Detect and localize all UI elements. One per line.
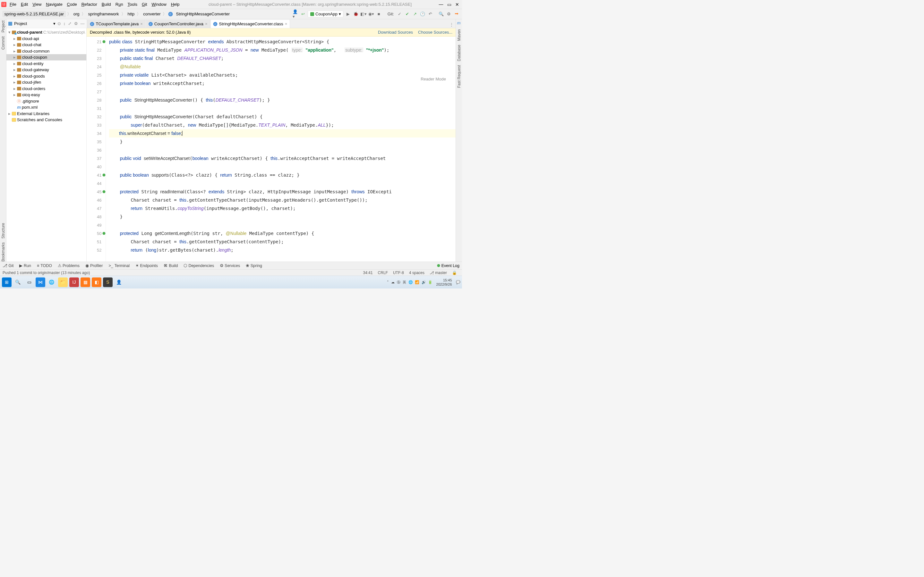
volume-icon[interactable]: 🔊 [422, 280, 426, 284]
menu-navigate[interactable]: Navigate [44, 2, 64, 7]
git-commit-button[interactable]: ✔ [404, 11, 410, 17]
menu-help[interactable]: Help [169, 2, 182, 7]
tool-git[interactable]: ⎇Git [3, 263, 13, 268]
ime-indicator[interactable]: 🌐 [409, 280, 413, 284]
indent-config[interactable]: 4 spaces [407, 270, 427, 275]
breadcrumb-class[interactable]: StringHttpMessageConverter [175, 11, 231, 17]
tree-node-cloud-common[interactable]: ▸cloud-common [6, 48, 87, 55]
explorer-button[interactable]: 📁 [58, 277, 68, 287]
close-icon[interactable]: × [205, 21, 208, 27]
code-content[interactable]: public class StringHttpMessageConverter … [106, 37, 456, 261]
language-indicator[interactable]: 英 [403, 280, 406, 285]
tool-maven[interactable]: Maven [457, 29, 461, 41]
tool-project[interactable]: Project [1, 21, 5, 32]
avatar-button[interactable]: 👤 [114, 277, 124, 287]
git-branch[interactable]: ⎇ master [427, 270, 449, 275]
run-button[interactable]: ▶ [345, 11, 351, 17]
tree-node-scratches-and-consoles[interactable]: Scratches and Consoles [6, 117, 87, 123]
git-push-button[interactable]: ↗ [412, 11, 418, 17]
reader-mode-label[interactable]: Reader Mode [421, 77, 446, 82]
menu-run[interactable]: Run [113, 2, 125, 7]
tool-dependencies[interactable]: ⬡Dependencies [184, 263, 214, 268]
tree-node-cloud-coupon[interactable]: ▸cloud-coupon [6, 54, 87, 61]
breadcrumb-converter[interactable]: converter [142, 11, 162, 17]
tree-node-pom-xml[interactable]: mpom.xml [6, 104, 87, 111]
tray-expand-icon[interactable]: ˄ [387, 280, 389, 284]
notifications-icon[interactable]: 💬 [456, 280, 460, 284]
project-settings-icon[interactable]: ⚙ [74, 21, 78, 26]
app-button-1[interactable]: ▦ [81, 277, 90, 287]
line-separator[interactable]: CRLF [375, 270, 391, 275]
profile-button[interactable]: ◉▾ [368, 11, 374, 17]
search-button[interactable]: 🔍 [13, 277, 23, 287]
tool-structure[interactable]: Structure [1, 223, 5, 239]
stop-button[interactable]: ■ [376, 11, 382, 17]
maven-icon[interactable]: m [457, 21, 461, 26]
tool-services[interactable]: ⚙Services [220, 263, 240, 268]
menu-git[interactable]: Git [140, 2, 149, 7]
tree-node--gitignore[interactable]: ✕.gitignore [6, 98, 87, 105]
tree-node-external-libraries[interactable]: ▸External Libraries [6, 111, 87, 117]
start-button[interactable]: ⊞ [2, 277, 11, 287]
coverage-button[interactable]: ◧▾ [360, 11, 367, 17]
menu-build[interactable]: Build [100, 2, 113, 7]
tree-node-cloud-orders[interactable]: ▸cloud-orders [6, 85, 87, 92]
wifi-icon[interactable]: 📶 [415, 280, 419, 284]
tool-commit[interactable]: Commit [1, 36, 5, 49]
tab-tcoupontemplate[interactable]: CTCouponTemplate.java× [87, 20, 145, 28]
tree-node-cloud-entity[interactable]: ▸cloud-entity [6, 61, 87, 67]
tool-database[interactable]: Database [457, 45, 461, 61]
lock-icon[interactable]: 🔒 [449, 270, 459, 275]
cursor-position[interactable]: 34:41 [360, 270, 375, 275]
select-opened-file-icon[interactable]: ⊙ [57, 21, 61, 26]
chrome-button[interactable]: 🌐 [47, 277, 57, 287]
tree-node-cloud-api[interactable]: ▸cloud-api [6, 35, 87, 42]
close-icon[interactable]: × [285, 21, 288, 27]
project-tree[interactable]: ▾cloud-parent C:\Users\zed\Desktop\▸clou… [6, 28, 87, 261]
code-editor[interactable]: 2122232425262728313233343536374041444546… [87, 37, 456, 261]
maximize-button[interactable]: ▭ [447, 2, 451, 7]
tool-endpoints[interactable]: ✶Endpoints [136, 263, 158, 268]
event-log-button[interactable]: Event Log [437, 263, 459, 268]
tool-todo[interactable]: ≡TODO [37, 263, 52, 268]
tree-node-oicq-easy[interactable]: ▸oicq-easy [6, 92, 87, 98]
fast-request-button[interactable]: ⮕ [454, 11, 459, 17]
minimize-button[interactable]: — [439, 2, 443, 7]
tree-node-cloud-parent[interactable]: ▾cloud-parent C:\Users\zed\Desktop\ [6, 29, 87, 35]
clock[interactable]: 15:45 2022/9/26 [435, 278, 454, 286]
onedrive-icon[interactable]: ☁ [391, 280, 395, 284]
battery-icon[interactable]: 🔋 [428, 280, 433, 284]
choose-sources-link[interactable]: Choose Sources... [418, 30, 452, 35]
expand-all-icon[interactable]: ↕ [63, 21, 66, 26]
git-history-button[interactable]: 🕑 [420, 11, 425, 17]
menu-code[interactable]: Code [65, 2, 79, 7]
tool-problems[interactable]: ⚠Problems [58, 263, 79, 268]
tool-spring[interactable]: ❀Spring [246, 263, 262, 268]
download-sources-link[interactable]: Download Sources [378, 30, 413, 35]
tree-node-cloud-goods[interactable]: ▸cloud-goods [6, 73, 87, 79]
tab-config-icon[interactable]: ⋮ [447, 21, 456, 28]
tool-bookmarks[interactable]: Bookmarks [1, 242, 5, 261]
task-view-button[interactable]: ▭ [24, 277, 34, 287]
menu-window[interactable]: Window [150, 2, 168, 7]
back-icon[interactable]: ↩ [300, 11, 306, 17]
tab-stringhttpmessageconverter[interactable]: CStringHttpMessageConverter.class× [210, 20, 290, 28]
run-config-selector[interactable]: CouponApp ▾ [308, 11, 343, 18]
debug-button[interactable]: 🐞 [353, 11, 359, 17]
close-button[interactable]: ✕ [455, 2, 459, 7]
tree-node-cloud-jifen[interactable]: ▸cloud-jifen [6, 79, 87, 85]
settings-button[interactable]: ⚙ [446, 11, 452, 17]
tool-terminal[interactable]: >_Terminal [108, 263, 129, 268]
sublime-button[interactable]: S [103, 277, 113, 287]
menu-tools[interactable]: Tools [126, 2, 139, 7]
project-dropdown-icon[interactable]: ▾ [53, 21, 55, 26]
breadcrumb-http[interactable]: http [127, 11, 136, 17]
breadcrumb-springframework[interactable]: springframework [87, 11, 120, 17]
close-icon[interactable]: × [140, 21, 143, 27]
tree-node-cloud-gateway[interactable]: ▸cloud-gateway [6, 67, 87, 73]
vscode-button[interactable]: ⋈ [36, 277, 45, 287]
add-user-icon[interactable]: 👤▾ [292, 11, 298, 17]
tool-fast-request[interactable]: Fast Request [457, 65, 461, 88]
tool-build[interactable]: 🛠Build [164, 263, 178, 268]
git-rollback-button[interactable]: ↶ [427, 11, 433, 17]
